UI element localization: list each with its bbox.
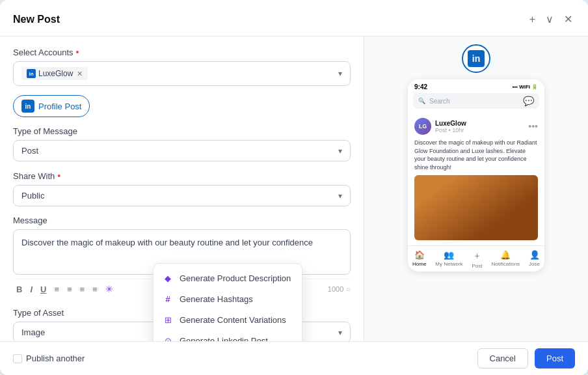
message-label: Message (13, 215, 351, 225)
menu-item-content-variations[interactable]: ⊞ Generate Content Variations (154, 309, 302, 330)
header-actions: + ∨ ✕ (527, 10, 575, 28)
chevron-button[interactable]: ∨ (543, 10, 556, 28)
nav-home[interactable]: 🏠 Home (412, 250, 426, 269)
phone-nav-bar: 🏠 Home 👥 My Network ＋ Post 🔔 Notificatio… (408, 245, 544, 271)
select-accounts-box[interactable]: in LuxeGlow × ▾ (13, 61, 351, 86)
type-of-message-select[interactable]: Post ▾ (13, 140, 351, 161)
linkedin-badge-icon: in (21, 100, 34, 113)
type-of-message-label: Type of Message (13, 126, 351, 136)
post-icon: ＋ (473, 250, 481, 262)
align-left-button[interactable]: ≡ (51, 283, 62, 296)
share-with-select[interactable]: Public ▾ (13, 185, 351, 206)
post-meta: LuxeGlow Post • 10hr (435, 120, 524, 133)
chevron-down-icon: ▾ (338, 191, 342, 201)
bold-button[interactable]: B (13, 283, 25, 296)
phone-signal: ▪▪▪ WiFi 🔋 (513, 84, 538, 90)
search-placeholder: Search (429, 98, 450, 105)
required-indicator2: • (57, 171, 60, 181)
publish-another-checkbox[interactable] (13, 354, 22, 363)
linkedin-logo-circle: in (462, 44, 490, 73)
select-accounts-group: Select Accounts • in LuxeGlow × ▾ (13, 47, 351, 86)
select-accounts-value: in LuxeGlow × (21, 67, 88, 80)
modal-body: Select Accounts • in LuxeGlow × ▾ (0, 36, 588, 341)
select-accounts-label: Select Accounts • (13, 47, 351, 57)
message-icon: 💬 (523, 96, 534, 106)
share-with-group: Share With • Public ▾ (13, 171, 351, 206)
menu-item-label: Generate Linkedin Post (180, 336, 268, 342)
post-button[interactable]: Post (535, 348, 575, 368)
search-icon: 🔍 (418, 98, 425, 104)
preview-panel: in 9:42 ▪▪▪ WiFi 🔋 🔍 Search 💬 (364, 36, 588, 341)
post-image (414, 175, 538, 240)
post-header: LG LuxeGlow Post • 10hr ••• (414, 118, 538, 135)
footer-buttons: Cancel Post (477, 348, 575, 368)
modal-header: New Post + ∨ ✕ (0, 0, 588, 36)
publish-another-label[interactable]: Publish another (13, 354, 85, 363)
menu-item-generate-hashtags[interactable]: # Generate Hashtags (154, 288, 302, 309)
modal-title: New Post (13, 14, 60, 25)
network-icon: 👥 (444, 250, 454, 260)
menu-item-label: Generate Hashtags (180, 294, 253, 304)
ai-button[interactable]: ✳ (102, 282, 116, 296)
generate-product-icon: ◆ (163, 273, 173, 283)
required-indicator: • (76, 47, 79, 57)
phone-status-bar: 9:42 ▪▪▪ WiFi 🔋 (408, 79, 544, 93)
home-icon: 🏠 (414, 250, 425, 260)
notifications-icon: 🔔 (500, 250, 511, 260)
align-right-button[interactable]: ≡ (77, 283, 88, 296)
chevron-down-icon: ▾ (338, 328, 342, 337)
menu-item-label: Generate Content Variations (180, 315, 286, 325)
linkedin-logo-icon: in (468, 50, 485, 67)
plus-button[interactable]: + (527, 11, 538, 28)
nav-notifications[interactable]: 🔔 Notifications (492, 250, 520, 269)
phone-time: 9:42 (414, 83, 427, 90)
type-of-message-group: Type of Message Post ▾ (13, 126, 351, 161)
italic-button[interactable]: I (27, 283, 36, 296)
post-avatar: LG (414, 118, 431, 135)
nav-network[interactable]: 👥 My Network (435, 250, 462, 269)
profile-icon: 👤 (529, 250, 540, 260)
post-card: LG LuxeGlow Post • 10hr ••• Discover the… (408, 113, 544, 245)
ai-dropdown-menu: ◆ Generate Product Description # Generat… (153, 263, 302, 341)
post-image-inner (414, 175, 538, 240)
account-tag: in LuxeGlow × (21, 67, 88, 80)
align-justify-button[interactable]: ≡ (89, 283, 101, 296)
nav-profile[interactable]: 👤 Jose (529, 250, 540, 269)
menu-item-generate-product[interactable]: ◆ Generate Product Description (154, 268, 302, 288)
post-more-icon[interactable]: ••• (528, 121, 538, 132)
close-button[interactable]: ✕ (561, 10, 575, 28)
share-with-label: Share With • (13, 171, 351, 181)
message-text: Discover the magic of makeup with our be… (21, 238, 313, 247)
menu-item-label: Generate Product Description (180, 273, 291, 283)
share-with-value: Public (21, 191, 44, 201)
post-author: LuxeGlow (435, 120, 524, 127)
type-of-message-value: Post (21, 146, 38, 156)
post-sub: Post • 10hr (435, 127, 524, 133)
chevron-down-icon: ▾ (338, 146, 342, 156)
chevron-down-icon: ▾ (338, 69, 342, 78)
phone-preview: 9:42 ▪▪▪ WiFi 🔋 🔍 Search 💬 LG (408, 79, 544, 271)
content-variations-icon: ⊞ (163, 314, 173, 325)
menu-item-linkedin-post[interactable]: ⊙ Generate Linkedin Post (154, 330, 302, 341)
hashtag-icon: # (163, 294, 173, 304)
linkedin-tag-icon: in (27, 69, 36, 78)
modal-footer: Publish another Cancel Post (0, 341, 588, 375)
profile-post-button[interactable]: in Profile Post (13, 95, 90, 117)
cancel-button[interactable]: Cancel (477, 348, 528, 368)
align-center-button[interactable]: ≡ (64, 283, 75, 296)
char-count: 1000 ○ (328, 285, 351, 293)
underline-button[interactable]: U (37, 283, 49, 296)
tag-remove-btn[interactable]: × (77, 68, 82, 79)
form-panel: Select Accounts • in LuxeGlow × ▾ (0, 36, 364, 341)
linkedin-post-icon: ⊙ (163, 335, 173, 341)
nav-post[interactable]: ＋ Post (472, 250, 483, 269)
post-text: Discover the magic of makeup with our Ra… (414, 139, 538, 171)
phone-search-bar[interactable]: 🔍 Search 💬 (413, 93, 539, 109)
modal: New Post + ∨ ✕ Select Accounts • in L (0, 0, 588, 375)
type-of-asset-value: Image (21, 327, 45, 337)
